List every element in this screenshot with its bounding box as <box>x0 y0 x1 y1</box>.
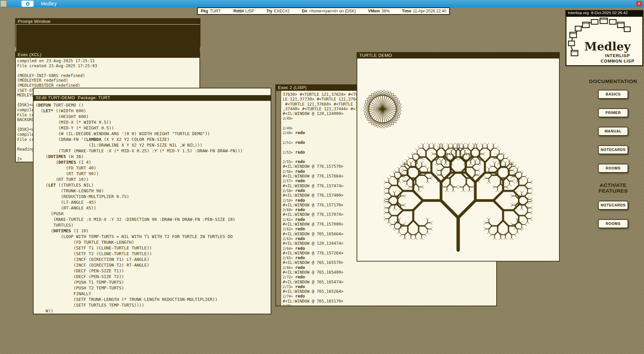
prompt-window-title[interactable]: Prompt Window <box>16 19 200 25</box>
system-window-title: Medley <box>41 1 57 6</box>
terminal-line: #<IL:WINDOW @ 765,165264> <box>283 289 496 294</box>
documentation-heading: DOCUMENTATION <box>576 78 644 84</box>
svg-text:INTERLISP: INTERLISP <box>605 53 630 58</box>
code-line: (INCF (DIRECTION T1) LT-ANGLE) <box>36 257 271 262</box>
terminal-line: 2/72> redo <box>283 275 496 279</box>
rooms-button[interactable]: ROOMS <box>598 164 628 173</box>
medley-logo: Medley INTERLISP COMMON LISP <box>566 17 642 65</box>
app-thumbnail-icon[interactable] <box>0 0 7 7</box>
system-title-bar[interactable]: Medley × <box>0 0 644 7</box>
sedit-top-margin <box>34 88 271 95</box>
code-line: (SETF T2 (CLONE-TURTLE TURTLE)) <box>36 251 271 257</box>
code-line: (HEIGHT 600) <box>36 114 271 119</box>
code-line: (IL:DRAWLINE X Y X2 Y2 PEN-SIZE NIL ,W N… <box>36 142 271 148</box>
medley-o-icon[interactable] <box>21 1 34 7</box>
code-line: TURTLES) <box>36 222 271 228</box>
terminal-line: #<IL:WINDOW @ 765,165400> <box>283 270 496 275</box>
code-line: (LET* ((WIDTH 600) <box>36 108 271 114</box>
terminal-line: #<IL:WINDOW @ 765,165170> <box>283 299 496 304</box>
status-field: VMem38% <box>368 9 389 13</box>
documentation-buttons: BASICSPRIMERMANUALNOTECARDSROOMS <box>598 90 628 173</box>
code-line: (PUSH <box>36 211 271 217</box>
code-line: W)) <box>36 308 271 314</box>
manual-button[interactable]: MANUAL <box>598 127 628 136</box>
status-field: RdtblLISP <box>233 9 254 13</box>
code-line: (DECF (PEN-SIZE T2)) <box>36 274 271 279</box>
code-line: (MID-Y (* HEIGHT 0.5)) <box>36 125 271 131</box>
code-line: (SETF TURTLES TEMP-TURTS)))) <box>36 302 271 308</box>
activate-features-heading: ACTIVATE FEATURES <box>576 182 644 194</box>
primer-button[interactable]: PRIMER <box>598 108 628 117</box>
rooms-button[interactable]: ROOMS <box>598 219 628 228</box>
code-line: (TURT (MAKE-TURTLE :X (* MID-X 0.25) :Y … <box>36 148 271 154</box>
exec-xcl-title[interactable]: Exec (XCL) <box>16 52 199 58</box>
code-line: (DEFUN TURT-DEMO () <box>36 102 271 108</box>
code-line: (REDUCTION-MULTIPLIER 0.75) <box>36 194 271 199</box>
terminal-line: 2/73> redo <box>283 284 496 289</box>
code-line: (LOOP WITH TEMP-TURTS = NIL WITH T1 WITH… <box>36 234 271 239</box>
code-line: (LET ((TURTLES NIL) <box>36 182 271 188</box>
status-bar: PkgTURT:RdtblLISPTtyEXEC#2Dir<home>ryan>… <box>197 7 450 15</box>
basics-button[interactable]: BASICS <box>598 90 628 99</box>
code-line: (TRUNK-LENGTH 96) <box>36 188 271 194</box>
code-line: (DOTIMES (I 10) <box>36 228 271 234</box>
status-field: Time11-Apr-2026 22:40 <box>402 9 446 13</box>
close-icon[interactable]: × <box>636 1 642 6</box>
code-line: FINALLY <box>36 291 271 297</box>
terminal-line: (MEDLEY-INIT-VARS redefined) <box>17 73 199 78</box>
prompt-window-body <box>16 25 200 52</box>
code-line: (W (IL:DECODE.WINDOW.ARG '(0 0) WIDTH HE… <box>36 131 271 136</box>
terminal-line: File created 23-Aug-2025 17:25:03 <box>17 64 199 69</box>
terminal-line: 2/75> <box>283 304 496 306</box>
code-line: (FD TURTLE TRUNK-LENGTH) <box>36 239 271 245</box>
terminal-line: 2/74> redo <box>283 294 496 299</box>
turtle-graphics-canvas <box>357 58 559 261</box>
activate-features-buttons: NOTECARDSROOMS <box>598 201 628 228</box>
medley-logo-box: Medley INTERLISP COMMON LISP <box>565 16 643 66</box>
code-line: (DOTIMES (H 36) <box>36 154 271 159</box>
sedit-title[interactable]: SEdit TURT-DEMO Package: TURT <box>34 95 271 101</box>
code-line: (SETF T1 (CLONE-TURTLE TURTLE)) <box>36 245 271 251</box>
code-line: (PUSH T1 TEMP-TURTS) <box>36 279 271 285</box>
turtle-demo-title[interactable]: TURTLE DEMO <box>357 53 559 58</box>
svg-text:Medley: Medley <box>584 40 631 53</box>
status-field: TtyEXEC#2 <box>266 9 289 13</box>
scrollbar[interactable] <box>276 91 281 306</box>
code-line: (MID-X (* WIDTH 0.5)) <box>36 119 271 125</box>
code-line: (DRAW-FN '(LAMBDA (X Y X2 Y2 COLOR PEN-S… <box>36 136 271 142</box>
notecards-button[interactable]: NOTECARDS <box>598 201 628 210</box>
interlisp-clock: Interlisp.org 8-Oct-2025 02:26:42 <box>565 10 643 16</box>
terminal-line: #<IL:WINDOW @ 765,165474> <box>283 280 496 284</box>
code-line: (DECF (PEN-SIZE T1)) <box>36 268 271 274</box>
code-line: (RT TURT 10)) <box>36 176 271 182</box>
o-ring-glyph <box>26 2 30 6</box>
status-field: PkgTURT: <box>201 9 221 13</box>
terminal-line <box>17 68 199 73</box>
code-line: (RT TURT 90)) <box>36 171 271 176</box>
prompt-window: Prompt Window <box>15 18 200 47</box>
notecards-button[interactable]: NOTECARDS <box>598 145 628 154</box>
svg-text:COMMON LISP: COMMON LISP <box>601 59 635 64</box>
code-line: (FD TURT 40) <box>36 165 271 171</box>
sedit-window: SEdit TURT-DEMO Package: TURT (DEFUN TUR… <box>33 88 271 314</box>
medley-desktop: { "system_bar": { "title": "Medley", "cl… <box>0 0 644 354</box>
code-line: (DOTIMES (I 4) <box>36 159 271 165</box>
code-line: (PUSH T2 TEMP-TURTS) <box>36 285 271 291</box>
terminal-line: 2/66> redo <box>283 265 496 270</box>
code-line: (LT-ANGLE -45) <box>36 199 271 205</box>
code-line: (INCF (DIRECTION T2) RT-ANGLE) <box>36 262 271 268</box>
sedit-code-editor[interactable]: (DEFUN TURT-DEMO () (LET* ((WIDTH 600) (… <box>34 101 271 314</box>
terminal-line: compiled on 23-Aug-2025 17:25:11 <box>17 58 199 64</box>
code-line: (SETF TRUNK-LENGTH (* TRUNK-LENGTH REDUC… <box>36 297 271 302</box>
code-line: (RT-ANGLE 45)) <box>36 205 271 211</box>
terminal-line: (MEDLEYSUBSTDIR redefined) <box>17 83 199 88</box>
code-line: (MAKE-TURTLE :X MID-X :Y 32 :DIRECTION 9… <box>36 217 271 222</box>
terminal-line: (MEDLEYDIR redefined) <box>17 78 199 83</box>
status-field: Dir<home>ryan>il> on {DSK} <box>302 9 356 13</box>
turtle-demo-window: TURTLE DEMO <box>357 52 560 262</box>
